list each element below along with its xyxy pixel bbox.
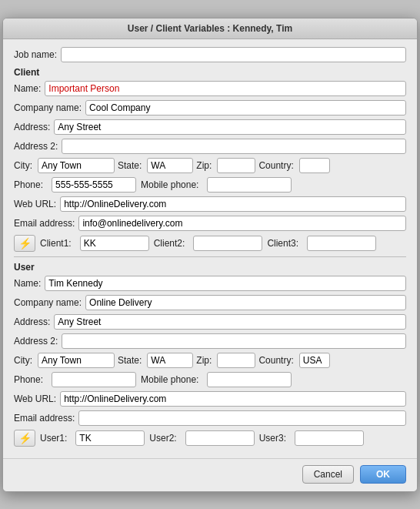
- user-address-label: Address:: [14, 316, 50, 327]
- cancel-button[interactable]: Cancel: [302, 465, 354, 484]
- client-address-label: Address:: [14, 122, 50, 132]
- user-address2-row: Address 2:: [14, 333, 406, 349]
- dialog-footer: Cancel OK: [3, 458, 417, 491]
- client-company-label: Company name:: [14, 102, 82, 113]
- client-city-label: City:: [14, 160, 32, 171]
- client-zip-label: Zip:: [196, 160, 212, 171]
- dialog-title: User / Client Variables : Kennedy, Tim: [128, 23, 292, 34]
- user-email-label: Email address:: [14, 413, 75, 424]
- client-url-row: Web URL:: [14, 196, 406, 212]
- separator: [14, 256, 406, 257]
- user-name-label: Name:: [14, 278, 41, 289]
- user-city-row: City: State: Zip: Country:: [14, 353, 406, 368]
- job-name-label: Job name:: [14, 49, 57, 60]
- user-state-label: State:: [118, 355, 142, 366]
- user-city-label: City:: [14, 355, 32, 366]
- user1-input[interactable]: [75, 430, 145, 446]
- client3-label: Client3:: [267, 238, 298, 249]
- client-url-input[interactable]: [60, 196, 406, 212]
- job-name-input[interactable]: [61, 47, 406, 62]
- title-bar: User / Client Variables : Kennedy, Tim: [3, 18, 417, 39]
- client-state-label: State:: [118, 160, 142, 171]
- user-name-input[interactable]: [45, 276, 406, 291]
- client-address-row: Address:: [14, 119, 406, 135]
- user-email-input[interactable]: [78, 410, 406, 426]
- user-address2-label: Address 2:: [14, 336, 58, 347]
- client-address2-label: Address 2:: [14, 141, 58, 152]
- client-phone-row: Phone: Mobile phone:: [14, 177, 406, 193]
- user-section-label: User: [14, 262, 406, 273]
- user-city-input[interactable]: [38, 353, 115, 368]
- lightning-icon: ⚡: [18, 237, 32, 249]
- client-name-row: Name:: [14, 81, 406, 96]
- user-email-row: Email address:: [14, 410, 406, 426]
- client-address2-row: Address 2:: [14, 139, 406, 154]
- client2-input[interactable]: [193, 236, 262, 251]
- user-country-input[interactable]: [299, 353, 330, 368]
- client-lightning-button[interactable]: ⚡: [14, 235, 35, 252]
- client-custom-row: ⚡ Client1: Client2: Client3:: [14, 235, 406, 252]
- user2-input[interactable]: [185, 430, 255, 446]
- user-url-input[interactable]: [60, 391, 406, 407]
- user-phone-input[interactable]: [52, 372, 136, 387]
- client-name-label: Name:: [14, 83, 41, 94]
- client-country-label: Country:: [258, 160, 293, 171]
- user-name-row: Name:: [14, 276, 406, 291]
- client-name-input[interactable]: [45, 81, 406, 96]
- user-company-label: Company name:: [14, 297, 82, 308]
- user-address2-input[interactable]: [62, 333, 406, 349]
- user-url-label: Web URL:: [14, 393, 56, 404]
- user-phone-label: Phone:: [14, 374, 43, 385]
- user3-label: User3:: [259, 433, 286, 444]
- client1-input[interactable]: [80, 236, 149, 251]
- client-address2-input[interactable]: [62, 139, 406, 154]
- dialog: User / Client Variables : Kennedy, Tim J…: [2, 18, 418, 492]
- user-address-input[interactable]: [54, 314, 406, 330]
- user-company-input[interactable]: [85, 295, 406, 310]
- user-country-label: Country:: [258, 355, 293, 366]
- user1-label: User1:: [40, 433, 67, 444]
- user-url-row: Web URL:: [14, 391, 406, 407]
- client-city-input[interactable]: [38, 158, 115, 173]
- client-company-row: Company name:: [14, 100, 406, 116]
- user-custom-row: ⚡ User1: User2: User3:: [14, 430, 406, 447]
- client-email-label: Email address:: [14, 218, 75, 229]
- user-zip-label: Zip:: [196, 355, 212, 366]
- client-country-input[interactable]: [299, 158, 330, 173]
- user3-input[interactable]: [295, 430, 364, 446]
- user-phone-row: Phone: Mobile phone:: [14, 372, 406, 387]
- user2-label: User2:: [149, 433, 176, 444]
- client-section-label: Client: [14, 67, 406, 78]
- user-lightning-icon: ⚡: [18, 432, 32, 444]
- user-zip-input[interactable]: [217, 353, 255, 368]
- client-state-input[interactable]: [147, 158, 193, 173]
- client-phone-label: Phone:: [14, 179, 43, 190]
- dialog-body: Job name: Client Name: Company name: Add…: [3, 39, 417, 458]
- client-address-input[interactable]: [54, 119, 406, 135]
- client-mobile-label: Mobile phone:: [141, 179, 198, 190]
- client-phone-input[interactable]: [52, 177, 136, 193]
- ok-button[interactable]: OK: [360, 465, 406, 484]
- client-email-input[interactable]: [78, 216, 406, 231]
- client3-input[interactable]: [307, 236, 376, 251]
- user-company-row: Company name:: [14, 295, 406, 310]
- client-url-label: Web URL:: [14, 199, 56, 209]
- client-zip-input[interactable]: [217, 158, 255, 173]
- user-mobile-label: Mobile phone:: [141, 374, 198, 385]
- client-email-row: Email address:: [14, 216, 406, 231]
- job-name-row: Job name:: [14, 47, 406, 62]
- client-company-input[interactable]: [85, 100, 406, 116]
- client-city-row: City: State: Zip: Country:: [14, 158, 406, 173]
- user-state-input[interactable]: [147, 353, 193, 368]
- client-mobile-input[interactable]: [207, 177, 292, 193]
- user-lightning-button[interactable]: ⚡: [14, 430, 35, 447]
- user-mobile-input[interactable]: [207, 372, 292, 387]
- user-address-row: Address:: [14, 314, 406, 330]
- client2-label: Client2:: [154, 238, 185, 249]
- client1-label: Client1:: [40, 238, 72, 249]
